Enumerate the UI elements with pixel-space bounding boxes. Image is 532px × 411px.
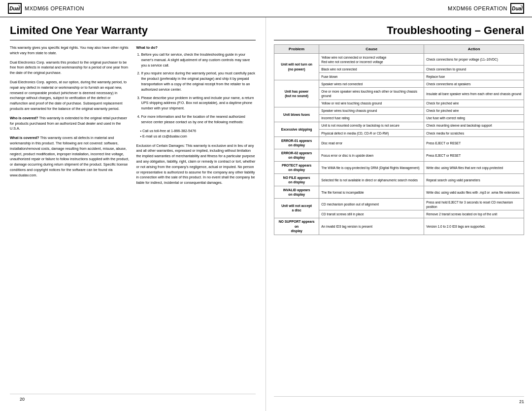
problem-no-support: NO SUPPORT appears ondisplay (274, 218, 319, 235)
cause-no-sound-2: One or more speaker wires touching each … (319, 88, 424, 100)
table-row: NO SUPPORT appears ondisplay An invalid … (274, 218, 524, 235)
col-header-problem: Problem (274, 45, 319, 54)
action-error02: Press EJECT or RESET (424, 149, 524, 162)
action-no-power-1: Check connections for proper voltage (11… (424, 54, 524, 66)
action-nofile: Repeat search using valid parameters (424, 174, 524, 186)
action-skipping-1: Check mounting sleeve and backstrap supp… (424, 122, 524, 129)
problem-skipping: Excessive skipping (274, 122, 319, 137)
table-row: NO FILE appearson display Selected file … (274, 174, 524, 186)
cause-fuses-1: Speaker wires touching chassis ground (319, 107, 424, 114)
cause-error02: Focus error or disc is in upside down (319, 149, 424, 162)
action-fuses-1: Check for pinched wire (424, 107, 524, 114)
cause-protect: The WMA file is copy-protected by DRM (D… (319, 162, 424, 174)
col-header-cause: Cause (319, 45, 424, 54)
table-header-row: Problem Cause Action (274, 45, 524, 54)
left-page: Limited One Year Warranty This warranty … (0, 17, 266, 411)
warranty-p1: This warranty gives you specific legal r… (10, 45, 130, 56)
troubleshooting-title: Troubleshooting – General (274, 24, 524, 40)
contact-list: Call us toll-free at 1-866-382-5476 E-ma… (140, 128, 256, 139)
step-1: Before you call for service, check the t… (141, 52, 256, 68)
page-header: Dual ™ MXDM66 OPERATION MXDM66 OPERATION… (0, 0, 532, 17)
cause-nofile: Selected file is not available in direct… (319, 174, 424, 186)
main-content: Limited One Year Warranty This warranty … (0, 17, 532, 411)
problem-no-sound: Unit has power(but no sound) (274, 80, 319, 107)
dual-logo-right: Dual ™ (510, 3, 524, 14)
action-no-power-2: Check connection to ground (424, 66, 524, 73)
action-no-support: Version 1.0 to 2.0 ID3 tags are supporte… (424, 218, 524, 235)
exclusion-text: Exclusion of Certain Damages: This warra… (136, 143, 256, 186)
warranty-body: This warranty gives you specific legal r… (10, 45, 256, 394)
cause-no-disc-2: CD transit screws still in place (319, 210, 424, 218)
header-left: Dual ™ MXDM66 OPERATION (8, 3, 84, 14)
action-skipping-2: Check media for scratches (424, 130, 524, 137)
what-to-do-title: What to do? (136, 45, 256, 50)
problem-no-power: Unit will not turn on(no power) (274, 54, 319, 80)
warranty-p3: Dual Electronics Corp. agrees, at our op… (10, 80, 130, 112)
step-2: If you require service during the warran… (141, 71, 256, 92)
table-row: PROTECT appearson display The WMA file i… (274, 162, 524, 174)
problem-nofile: NO FILE appearson display (274, 174, 319, 186)
cause-error01: Disc read error (319, 137, 424, 149)
table-row: Unit has power(but no sound) Speaker wir… (274, 80, 524, 88)
cause-no-power-3: Fuse blown (319, 73, 424, 80)
action-fuses-2: Use fuse with correct rating (424, 114, 524, 122)
problem-no-disc: Unit will not accepta disc (274, 199, 319, 218)
step-3: Please describe your problem in writing … (141, 96, 256, 111)
warranty-col-left: This warranty gives you specific legal r… (10, 45, 130, 394)
problem-error02: ERROR-02 appearson display (274, 149, 319, 162)
cause-no-power-2: Black wire not connected (319, 66, 424, 73)
warranty-p5: What is covered? This warranty covers al… (10, 136, 130, 178)
right-page-footer: 21 (274, 396, 524, 404)
header-title-right: MXDM66 OPERATION (448, 5, 507, 11)
contact-email: E-mail us at cs@dualav.com (140, 134, 256, 139)
problem-protect: PROTECT appearson display (274, 162, 319, 174)
action-error01: Press EJECT or RESET (424, 137, 524, 149)
table-row: ERROR-02 appearson display Focus error o… (274, 149, 524, 162)
action-no-sound-3: Check for pinched wire (424, 100, 524, 107)
problem-invalid: INVALID appearson display (274, 186, 319, 199)
step-4: For more information and for the locatio… (141, 114, 256, 125)
table-row: Unit blows fuses Speaker wires touching … (274, 107, 524, 114)
contact-phone: Call us toll-free at 1-866-382-5476 (140, 128, 256, 134)
header-right: MXDM66 OPERATION Dual ™ (448, 3, 524, 14)
problem-error01: ERROR-01 appearson display (274, 137, 319, 149)
action-no-disc-1: Press and hold EJECT for 3 seconds to re… (424, 199, 524, 210)
action-no-disc-2: Remove 2 transit screws located on top o… (424, 210, 524, 218)
left-page-footer: 20 (10, 394, 256, 404)
action-invalid: Write disc using valid audio files with … (424, 186, 524, 199)
table-row: Excessive skipping Unit is not mounted c… (274, 122, 524, 129)
logo-tm-right: ™ (520, 4, 523, 7)
warranty-p2: Dual Electronics Corp. warrants this pro… (10, 60, 130, 76)
header-title-left: MXDM66 OPERATION (25, 5, 84, 11)
cause-invalid: The file format is incompatible (319, 186, 424, 199)
troubleshooting-table: Problem Cause Action Unit will not turn … (274, 44, 524, 235)
dual-logo-left: Dual ™ (8, 3, 22, 14)
steps-list: Before you call for service, check the t… (136, 52, 256, 125)
cause-no-sound-3: Yellow or red wire touching chassis grou… (319, 100, 424, 107)
cause-no-power-1: Yellow wire not connected or incorrect v… (319, 54, 424, 66)
warranty-title: Limited One Year Warranty (10, 24, 256, 40)
cause-no-disc-1: CD mechanism position out of alignment (319, 199, 424, 210)
right-page-number: 21 (519, 399, 524, 404)
col-header-action: Action (424, 45, 524, 54)
cause-fuses-2: Incorrect fuse rating (319, 114, 424, 122)
left-page-number: 20 (20, 397, 25, 402)
table-row: Unit will not turn on(no power) Yellow w… (274, 54, 524, 66)
right-page: Troubleshooting – General Problem Cause … (266, 17, 532, 411)
problem-blows-fuses: Unit blows fuses (274, 107, 319, 122)
action-no-sound-2: Insulate all bare speaker wires from eac… (424, 88, 524, 100)
cause-skipping-2: Physical defect in media (CD, CD-R or CD… (319, 130, 424, 137)
action-protect: Write disc using WMA files that are not … (424, 162, 524, 174)
table-row: INVALID appearson display The file forma… (274, 186, 524, 199)
cause-no-sound-1: Speaker wires not connected (319, 80, 424, 88)
action-no-sound-1: Check connections at speakers (424, 80, 524, 88)
table-row: ERROR-01 appearson display Disc read err… (274, 137, 524, 149)
table-row: Unit will not accepta disc CD mechanism … (274, 199, 524, 210)
cause-no-support: An invalid ID3 tag version is present (319, 218, 424, 235)
warranty-col-right: What to do? Before you call for service,… (136, 45, 256, 394)
cause-skipping-1: Unit is not mounted correctly or backstr… (319, 122, 424, 129)
warranty-p4: Who is covered? This warranty is extende… (10, 116, 130, 132)
logo-tm-left: ™ (18, 4, 20, 7)
action-no-power-3: Replace fuse (424, 73, 524, 80)
